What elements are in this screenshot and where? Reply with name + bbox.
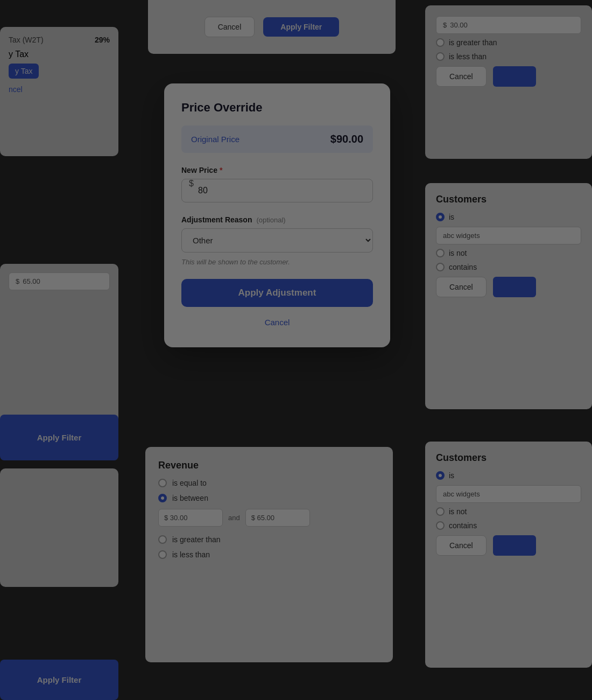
modal-overlay: [0, 0, 592, 700]
